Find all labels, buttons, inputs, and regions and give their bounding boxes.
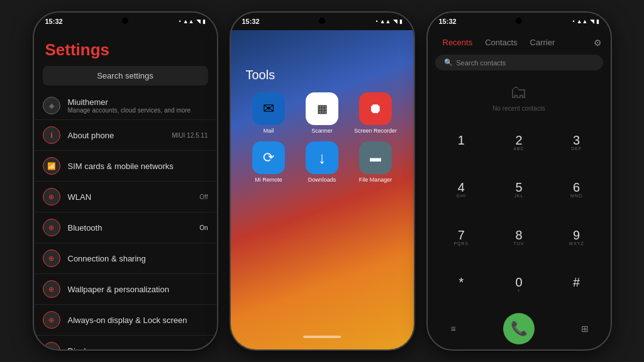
lockscreen-icon: ⊕ [43,311,60,329]
settings-item-connection[interactable]: ⊕ Connection & sharing [34,243,217,274]
status-time-3: 15:32 [439,18,457,25]
dialpad-key-2[interactable]: 2 ABC [490,119,548,167]
mail-label: Mail [264,128,274,134]
sim-icon: 📶 [43,157,60,175]
signal-icon-2: ▲▲ [380,18,391,25]
status-time-2: 15:32 [242,18,260,25]
phone-dialer: 15:32 • ▲▲ ◥ ▮ Recents Contacts Carrier … [426,11,612,351]
bluetooth-settings-icon: ⊕ [43,219,60,236]
wallpaper-icon: ⊕ [43,280,60,298]
miremote-label: Mi Remote [255,177,282,183]
tab-recents[interactable]: Recents [436,35,479,50]
filemanager-icon: ▬ [359,141,392,174]
connection-icon: ⊕ [43,250,60,267]
tab-carrier[interactable]: Carrier [524,35,562,50]
app-mail[interactable]: ✉ Mail [246,92,292,134]
signal-icon-3: ▲▲ [577,18,588,25]
dialpad-key-8[interactable]: 8 TUV [490,214,548,262]
downloads-icon: ↓ [306,141,338,174]
miuithemer-icon: ◆ [43,97,60,114]
no-contacts-label: No recent contacts [492,105,545,112]
dialpad-key-3[interactable]: 3 DEF [548,119,606,167]
tab-contacts[interactable]: Contacts [479,35,523,50]
camera-punch-hole-3 [516,18,522,24]
settings-item-miuithemer[interactable]: ◆ Miuithemer Manage accounts, cloud serv… [34,92,217,120]
miuithemer-text: Miuithemer Manage accounts, cloud servic… [68,97,208,114]
contacts-empty-icon: 🗂 [510,82,528,102]
settings-item-about[interactable]: ℹ About phone MIUI 12.5.11 [34,120,217,151]
display-icon: ⊕ [43,342,60,349]
battery-icon: ▮ [203,18,206,25]
recorder-icon: ⏺ [359,92,392,125]
settings-item-lockscreen[interactable]: ⊕ Always-on display & Lock screen [34,305,217,336]
app-downloads[interactable]: ↓ Downloads [299,141,345,183]
dialpad-key-4[interactable]: 4 GHI [433,167,491,215]
settings-title: Settings [34,30,217,66]
home-dock [231,336,414,338]
mail-icon: ✉ [252,92,285,125]
miremote-icon: ⟳ [252,141,285,174]
dialer-tabs: Recents Contacts Carrier ⚙ [428,30,611,55]
status-icons-1: • ▲▲ ◥ ▮ [179,18,206,25]
dialpad-key-7[interactable]: 7 PQRS [433,214,491,262]
dialer-screen: Recents Contacts Carrier ⚙ 🔍 Search cont… [428,30,611,349]
scanner-icon: ▦ [306,92,338,125]
dialer-search-bar[interactable]: 🔍 Search contacts [435,55,603,70]
filemanager-label: File Manager [359,177,392,183]
app-grid: ✉ Mail ▦ Scanner ⏺ Screen Recorder ⟳ Mi … [231,92,414,183]
phone-settings: 15:32 • ▲▲ ◥ ▮ Settings Search settings … [33,11,218,351]
wifi-icon: ◥ [196,18,201,25]
dialpad-key-6[interactable]: 6 MNO [548,167,606,215]
dialpad-key-5[interactable]: 5 JKL [490,167,548,215]
dialpad-key-hash[interactable]: # [548,262,606,310]
dialpad-bottom-bar: ≡ 📞 ⊞ [428,309,611,349]
camera-punch-hole-2 [319,18,325,24]
dialpad-menu-icon[interactable]: ≡ [443,318,464,339]
settings-screen: Settings Search settings ◆ Miuithemer Ma… [34,30,217,349]
camera-punch-hole [122,18,128,24]
app-filemanager[interactable]: ▬ File Manager [353,141,399,183]
battery-icon-2: ▮ [399,18,402,25]
dialpad-key-star[interactable]: * [433,262,491,310]
search-icon: 🔍 [444,58,453,67]
dialer-settings-icon[interactable]: ⚙ [594,38,602,48]
settings-item-wlan[interactable]: ⊕ WLAN Off [34,182,217,212]
dialpad-key-0[interactable]: 0 + [490,262,548,310]
bluetooth-icon-2: • [376,18,378,25]
wifi-icon-2: ◥ [393,18,397,25]
no-contacts-area: 🗂 No recent contacts [428,74,611,119]
dock-bar [303,336,341,338]
home-screen: Tools ✉ Mail ▦ Scanner ⏺ Screen Recorder… [231,30,414,349]
bluetooth-icon-3: • [573,18,575,25]
wifi-icon-3: ◥ [590,18,594,25]
dialpad-key-9[interactable]: 9 WXYZ [548,214,606,262]
downloads-label: Downloads [308,177,336,183]
dialpad-key-1[interactable]: 1 [433,119,491,167]
dialpad-grid-icon[interactable]: ⊞ [574,318,596,339]
scanner-label: Scanner [311,128,333,134]
dialpad: 1 2 ABC 3 DEF 4 GHI 5 JKL 6 MNO [428,119,611,309]
recorder-label: Screen Recorder [354,128,397,134]
app-recorder[interactable]: ⏺ Screen Recorder [353,92,399,134]
status-time-1: 15:32 [45,18,63,25]
search-settings-bar[interactable]: Search settings [43,66,208,85]
settings-item-sim[interactable]: 📶 SIM cards & mobile networks [34,151,217,182]
folder-title: Tools [231,30,414,92]
settings-item-display[interactable]: ⊕ Display [34,336,217,349]
app-miremote[interactable]: ⟳ Mi Remote [246,141,292,183]
app-scanner[interactable]: ▦ Scanner [299,92,345,134]
battery-icon-3: ▮ [596,18,599,25]
about-icon: ℹ [43,126,60,144]
phone-home: 15:32 • ▲▲ ◥ ▮ Tools ✉ Mail ▦ Scanner ⏺ … [230,11,415,351]
bluetooth-icon: • [179,18,181,25]
settings-item-bluetooth[interactable]: ⊕ Bluetooth On [34,212,217,243]
settings-item-wallpaper[interactable]: ⊕ Wallpaper & personalization [34,274,217,305]
signal-icon: ▲▲ [183,18,194,25]
wlan-icon: ⊕ [43,188,60,206]
call-button[interactable]: 📞 [503,313,535,344]
search-placeholder: Search contacts [457,59,506,67]
